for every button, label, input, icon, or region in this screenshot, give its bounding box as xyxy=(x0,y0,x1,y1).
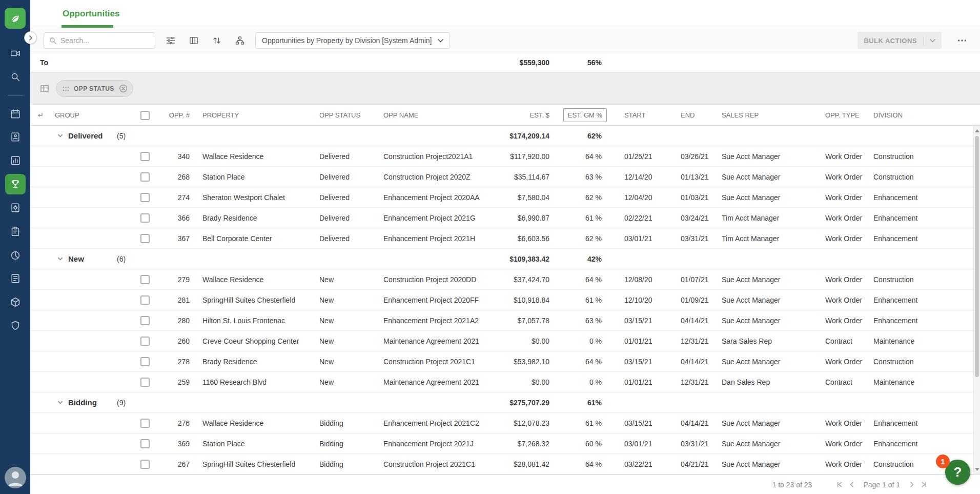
filter-button[interactable] xyxy=(163,33,178,48)
est-gm-percent: 63 % xyxy=(555,310,616,330)
notification-badge[interactable]: 1 xyxy=(936,455,950,468)
sidebar-item-work-tickets[interactable] xyxy=(5,221,26,242)
division: Construction xyxy=(865,269,980,289)
table-row[interactable]: 267SpringHill Suites ChesterfieldBidding… xyxy=(30,454,980,475)
est-gm-percent: 61 % xyxy=(555,208,616,228)
column-header-sales-rep[interactable]: SALES REP xyxy=(713,105,817,125)
table-row[interactable]: 369Station PlaceBiddingEnhancement Proje… xyxy=(30,433,980,454)
row-checkbox[interactable] xyxy=(140,419,150,428)
sidebar-item-opportunities[interactable] xyxy=(5,174,26,194)
opp-status: New xyxy=(311,351,375,371)
table-row[interactable]: 280Hilton St. Louis FrontenacNewEnhancem… xyxy=(30,310,980,331)
column-header-start[interactable]: START xyxy=(616,105,672,125)
group-by-chip[interactable]: OPP STATUS xyxy=(56,80,133,97)
table-row[interactable]: 278Brady ResidenceNewConstruction Projec… xyxy=(30,351,980,372)
table-row[interactable]: 260Creve Coeur Shopping CenterNewMainten… xyxy=(30,331,980,351)
drag-handle-icon[interactable] xyxy=(63,86,69,91)
sidebar-item-calendar[interactable] xyxy=(5,104,26,124)
last-page-icon xyxy=(920,481,928,488)
row-checkbox[interactable] xyxy=(140,316,150,325)
search-input[interactable] xyxy=(60,36,150,45)
row-checkbox[interactable] xyxy=(140,378,150,387)
row-checkbox[interactable] xyxy=(140,295,150,305)
opp-status: New xyxy=(311,331,375,351)
row-checkbox[interactable] xyxy=(140,193,150,202)
sidebar-item-analytics[interactable] xyxy=(5,245,26,266)
chevron-down-icon[interactable] xyxy=(57,132,64,139)
column-header-opp-number[interactable]: OPP. # xyxy=(157,105,194,125)
expand-sidebar-button[interactable] xyxy=(24,31,37,44)
first-page-button[interactable] xyxy=(833,479,846,491)
prev-page-button[interactable] xyxy=(846,479,858,491)
column-header-division[interactable]: DIVISION xyxy=(865,105,980,125)
app-logo[interactable] xyxy=(5,8,26,29)
column-header-opp-type[interactable]: OPP. TYPE xyxy=(817,105,865,125)
scrollbar-thumb[interactable] xyxy=(975,136,979,377)
sidebar-item-camera[interactable] xyxy=(5,43,26,64)
row-checkbox[interactable] xyxy=(140,213,150,223)
search-icon xyxy=(10,71,21,83)
column-header-property[interactable]: PROPERTY xyxy=(194,105,311,125)
column-chooser-button[interactable] xyxy=(186,33,201,48)
sidebar-item-reports[interactable] xyxy=(5,150,26,171)
opp-status: New xyxy=(311,310,375,330)
sidebar-item-search[interactable] xyxy=(5,67,26,87)
est-gm-percent: 61 % xyxy=(555,290,616,310)
row-checkbox[interactable] xyxy=(140,439,150,448)
bulk-actions-button[interactable]: BULK ACTIONS xyxy=(858,32,942,49)
row-checkbox[interactable] xyxy=(140,234,150,243)
tab-opportunities[interactable]: Opportunities xyxy=(63,0,119,28)
opp-number: 340 xyxy=(157,146,194,166)
sidebar-item-inventory[interactable] xyxy=(5,292,26,312)
sidebar-item-settings-doc[interactable] xyxy=(5,197,26,218)
scroll-up-button[interactable] xyxy=(974,127,980,135)
view-selector-dropdown[interactable]: Opportunities by Property by Division [S… xyxy=(255,32,450,49)
select-all-checkbox[interactable] xyxy=(140,111,150,120)
search-box[interactable] xyxy=(44,32,155,49)
row-checkbox[interactable] xyxy=(140,460,150,469)
column-header-group[interactable]: GROUP xyxy=(51,105,133,125)
table-row[interactable]: 340Wallace ResidenceDeliveredConstructio… xyxy=(30,146,980,167)
row-checkbox[interactable] xyxy=(140,152,150,161)
row-checkbox[interactable] xyxy=(140,337,150,346)
table-row[interactable]: 279Wallace ResidenceNewConstruction Proj… xyxy=(30,269,980,290)
more-options-button[interactable] xyxy=(953,32,971,49)
sidebar-item-contacts[interactable] xyxy=(5,127,26,147)
sort-order-cell[interactable] xyxy=(30,105,51,125)
row-checkbox[interactable] xyxy=(140,357,150,366)
est-amount: $6,990.87 xyxy=(493,208,555,228)
next-page-button[interactable] xyxy=(905,479,917,491)
column-header-end[interactable]: END xyxy=(672,105,713,125)
table-row[interactable]: 268Station PlaceDeliveredConstruction Pr… xyxy=(30,167,980,187)
column-header-opp-status[interactable]: OPP STATUS xyxy=(311,105,375,125)
table-row[interactable]: 2591160 Research BlvdNewMaintenance Agre… xyxy=(30,372,980,392)
group-row[interactable]: New(6)$109,383.4242% xyxy=(30,249,980,269)
table-row[interactable]: 274Sheraton Westport ChaletDeliveredEnha… xyxy=(30,187,980,208)
user-avatar[interactable] xyxy=(5,467,26,488)
sidebar-item-admin[interactable] xyxy=(5,315,26,336)
chevron-down-icon[interactable] xyxy=(57,255,64,262)
row-checkbox[interactable] xyxy=(140,275,150,284)
vertical-scrollbar[interactable] xyxy=(973,126,980,475)
chevron-down-icon[interactable] xyxy=(57,399,64,406)
hierarchy-button[interactable] xyxy=(232,33,248,48)
opp-status: Delivered xyxy=(311,146,375,166)
column-header-est-gm[interactable]: EST. GM % xyxy=(563,108,607,122)
sidebar-item-invoicing[interactable] xyxy=(5,268,26,289)
group-row[interactable]: Bidding(9)$275,707.2961% xyxy=(30,392,980,413)
table-row[interactable]: 276Wallace ResidenceBiddingEnhancement P… xyxy=(30,413,980,433)
opp-status: New xyxy=(311,269,375,289)
scroll-down-button[interactable] xyxy=(974,465,980,473)
last-page-button[interactable] xyxy=(917,479,930,491)
table-row[interactable]: 366Brady ResidenceDeliveredEnhancement P… xyxy=(30,208,980,228)
remove-chip-icon[interactable] xyxy=(119,84,128,93)
table-row[interactable]: 367Bell Corporate CenterDeliveredEnhance… xyxy=(30,228,980,249)
row-checkbox[interactable] xyxy=(140,172,150,182)
group-row[interactable]: Delivered(5)$174,209.1462% xyxy=(30,126,980,146)
column-header-opp-name[interactable]: OPP NAME xyxy=(375,105,493,125)
sort-swap-button[interactable] xyxy=(209,33,224,48)
table-row[interactable]: 281SpringHill Suites ChesterfieldNewEnha… xyxy=(30,290,980,310)
division: Construction xyxy=(865,167,980,187)
column-header-est-amount[interactable]: EST. $ xyxy=(493,105,555,125)
property: Wallace Residence xyxy=(194,146,311,166)
